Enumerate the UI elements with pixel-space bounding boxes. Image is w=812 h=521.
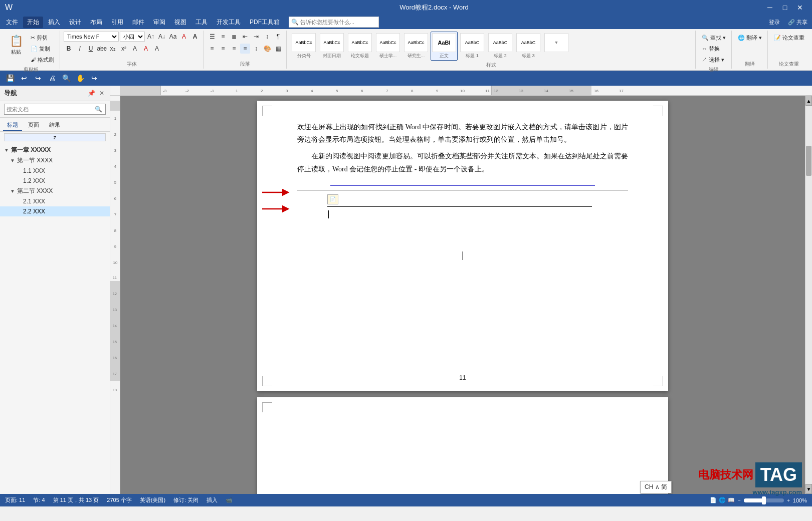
find-button[interactable]: 🔍 查找 ▾ [699,33,728,43]
nav-tab-results[interactable]: 结果 [45,120,64,131]
menu-tools[interactable]: 工具 [191,17,212,28]
page-content-11[interactable]: 欢迎在屏幕上出现的如何找到正确 Word 中保存时间。若要更改图片嵌入文档的方式… [257,101,668,283]
tree-item-s1-2[interactable]: ▼ 第二节 XXXX [0,186,110,196]
style-normal[interactable]: AaBl 正文 [431,32,458,61]
subscript-button[interactable]: x₂ [108,44,118,54]
tree-item-s1-1[interactable]: ▼ 第一节 XXXX [0,155,110,166]
tree-item-s1-2-2[interactable]: ▶ 2.2 XXX [0,206,110,216]
menu-review[interactable]: 审阅 [149,17,169,28]
scroll-up-button[interactable]: ▲ [805,96,812,106]
menu-mailings[interactable]: 邮件 [128,17,148,28]
tree-item-s1-2-1[interactable]: ▶ 2.1 XXX [0,196,110,206]
page-content-12[interactable] [257,397,668,477]
vertical-scrollbar[interactable]: ▲ ▼ [805,96,812,494]
style-cover-date[interactable]: AaBbCc 封面日期 [318,32,345,61]
align-right-button[interactable]: ≡ [229,44,239,54]
tree-toggle-ch1[interactable]: ▼ [4,147,10,153]
style-more[interactable]: ▼ [543,32,570,54]
nav-pin-button[interactable]: 📌 [86,89,97,97]
style-thesis-title[interactable]: AaBbCc 论文标题 [346,32,373,61]
shading-para-button[interactable]: 🎨 [262,44,272,54]
tell-input[interactable] [300,19,370,25]
decrease-indent-button[interactable]: ⇤ [240,32,250,42]
underline-button[interactable]: U [86,44,96,54]
nav-close-button[interactable]: ✕ [98,89,106,97]
scroll-track[interactable] [805,106,812,484]
thesis-check-button[interactable]: 📝 论文查重 [771,33,807,43]
restore-button[interactable]: □ [778,2,792,13]
copy-button[interactable]: 📄 复制 [28,44,57,54]
print-qa-button[interactable]: 🖨 [46,72,58,84]
style-category[interactable]: AaBbCc 分类号 [290,32,317,61]
list-number-button[interactable]: ≡ [218,32,228,42]
close-button[interactable]: ✕ [793,2,807,13]
touch-qa-button[interactable]: ✋ [74,72,86,84]
style-heading3[interactable]: AaBbC 标题 3 [515,32,542,61]
undo-qa-button[interactable]: ↩ [18,72,30,84]
document-page-11[interactable]: 欢迎在屏幕上出现的如何找到正确 Word 中保存时间。若要更改图片嵌入文档的方式… [257,101,668,391]
zoom-slider[interactable] [744,498,784,502]
menu-file[interactable]: 文件 [2,17,22,28]
align-justify-button[interactable]: ≡ [240,44,250,54]
font-shrink-button[interactable]: A↓ [157,32,167,42]
font-size-select[interactable]: 小四 [120,32,145,42]
ch-popup[interactable]: CH ∧ 简 [640,481,672,493]
style-graduate[interactable]: AaBbCc 研究生... [402,32,430,61]
menu-references[interactable]: 引用 [107,17,127,28]
menu-design[interactable]: 设计 [65,17,85,28]
nav-search-button[interactable]: 🔍 [93,104,103,114]
menu-developer[interactable]: 开发工具 [213,17,245,28]
style-master[interactable]: AaBbCc 硕士学... [374,32,401,61]
list-multilevel-button[interactable]: ≣ [229,32,239,42]
tree-item-ch1[interactable]: ▼ 第一章 XXXXX [0,145,110,155]
strikethrough-button[interactable]: abc [97,44,107,54]
bold-button[interactable]: B [64,44,74,54]
document-area[interactable]: 欢迎在屏幕上出现的如何找到正确 Word 中保存时间。若要更改图片嵌入文档的方式… [120,96,805,494]
align-left-button[interactable]: ≡ [207,44,217,54]
line-spacing-button[interactable]: ↕ [251,44,261,54]
minimize-button[interactable]: ─ [763,2,777,13]
nav-tab-headings[interactable]: 标题 [3,120,22,131]
menu-pdf[interactable]: PDF工具箱 [246,17,284,28]
cut-button[interactable]: ✂ 剪切 [28,33,57,43]
scroll-down-button[interactable]: ▼ [805,484,812,494]
tree-item-s1-1-1[interactable]: ▶ 1.1 XXX [0,166,110,176]
clear-format-button[interactable]: A [190,32,200,42]
format-painter-button[interactable]: 🖌 格式刷 [28,55,57,65]
text-highlight-button[interactable]: A [130,44,140,54]
align-center-button[interactable]: ≡ [218,44,228,54]
text-effects-button[interactable]: A [179,32,189,42]
show-marks-button[interactable]: ¶ [273,32,283,42]
document-page-12[interactable] [257,397,668,494]
font-name-select[interactable]: Times New F [64,32,119,42]
menu-insert[interactable]: 插入 [44,17,64,28]
select-button[interactable]: ↗ 选择 ▾ [699,55,728,65]
menu-home[interactable]: 开始 [23,17,43,28]
nav-sort-input[interactable] [4,133,106,141]
zoom-minus[interactable]: － [737,497,742,504]
superscript-button[interactable]: x² [119,44,129,54]
borders-button[interactable]: ▦ [273,44,283,54]
style-heading2[interactable]: AaBbC 标题 2 [487,32,514,61]
share-button[interactable]: 🔗 共享 [785,17,810,28]
scroll-thumb[interactable] [806,146,811,176]
change-case-button[interactable]: Aa [168,32,178,42]
shading-button[interactable]: A [152,44,162,54]
login-button[interactable]: 登录 [766,17,782,28]
increase-indent-button[interactable]: ⇥ [251,32,261,42]
view-web-button[interactable]: 🌐 [719,497,726,503]
list-bullet-button[interactable]: ☰ [207,32,217,42]
menu-view[interactable]: 视图 [170,17,190,28]
redo2-qa-button[interactable]: ↪ [88,72,100,84]
tree-toggle-s1-2[interactable]: ▼ [10,188,16,194]
nav-search-input[interactable] [7,106,93,112]
menu-layout[interactable]: 布局 [86,17,106,28]
zoom-plus[interactable]: ＋ [786,497,791,504]
zoom-qa-button[interactable]: 🔍 [60,72,72,84]
font-color-button[interactable]: A [141,44,151,54]
tree-toggle-s1-1[interactable]: ▼ [10,158,16,163]
zoom-slider-thumb[interactable] [762,496,766,504]
style-heading1[interactable]: AaBbC 标题 1 [459,32,486,61]
translate-button[interactable]: 🌐 翻译 ▾ [735,33,764,43]
nav-tab-pages[interactable]: 页面 [24,120,43,131]
